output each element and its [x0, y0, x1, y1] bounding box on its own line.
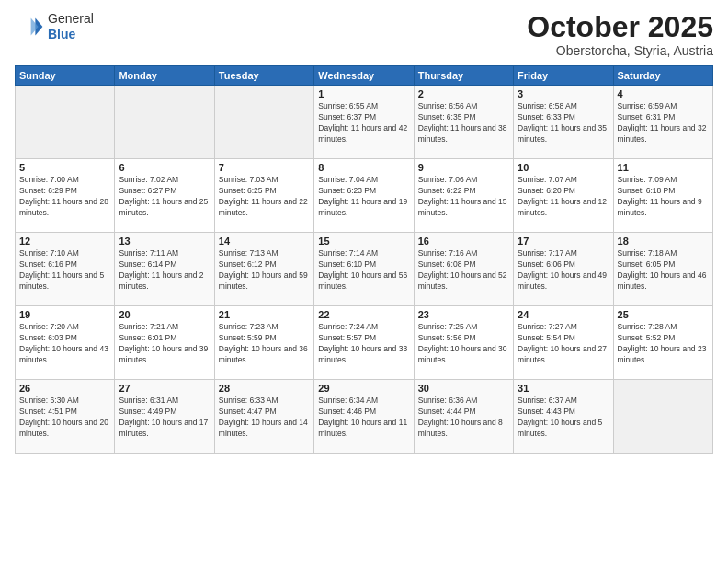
calendar-cell: 30Sunrise: 6:36 AM Sunset: 4:44 PM Dayli…	[414, 380, 513, 454]
day-number: 31	[518, 383, 609, 394]
week-row-4: 26Sunrise: 6:30 AM Sunset: 4:51 PM Dayli…	[16, 380, 713, 454]
calendar-cell: 8Sunrise: 7:04 AM Sunset: 6:23 PM Daylig…	[314, 159, 414, 233]
weekday-header-thursday: Thursday	[414, 66, 513, 86]
day-number: 24	[518, 309, 609, 320]
calendar-cell	[613, 380, 712, 454]
calendar-cell: 25Sunrise: 7:28 AM Sunset: 5:52 PM Dayli…	[613, 306, 712, 380]
day-info: Sunrise: 7:02 AM Sunset: 6:27 PM Dayligh…	[119, 175, 210, 219]
day-info: Sunrise: 7:27 AM Sunset: 5:54 PM Dayligh…	[518, 322, 609, 366]
day-info: Sunrise: 7:25 AM Sunset: 5:56 PM Dayligh…	[418, 322, 509, 366]
weekday-header-row: SundayMondayTuesdayWednesdayThursdayFrid…	[16, 66, 713, 86]
day-info: Sunrise: 6:56 AM Sunset: 6:35 PM Dayligh…	[418, 101, 509, 145]
day-info: Sunrise: 7:17 AM Sunset: 6:06 PM Dayligh…	[518, 248, 609, 293]
day-number: 19	[19, 309, 110, 320]
logo-blue: Blue	[48, 27, 94, 42]
day-number: 1	[318, 88, 409, 99]
day-info: Sunrise: 7:03 AM Sunset: 6:25 PM Dayligh…	[219, 175, 310, 219]
day-number: 23	[418, 309, 509, 320]
day-number: 22	[318, 309, 409, 320]
day-info: Sunrise: 7:24 AM Sunset: 5:57 PM Dayligh…	[318, 322, 409, 366]
calendar-cell: 10Sunrise: 7:07 AM Sunset: 6:20 PM Dayli…	[514, 159, 613, 233]
calendar-cell: 15Sunrise: 7:14 AM Sunset: 6:10 PM Dayli…	[314, 233, 414, 306]
day-number: 8	[318, 162, 409, 173]
day-number: 26	[19, 383, 110, 394]
day-number: 17	[518, 236, 609, 247]
day-number: 29	[318, 383, 409, 394]
day-number: 14	[219, 236, 310, 247]
day-info: Sunrise: 7:23 AM Sunset: 5:59 PM Dayligh…	[219, 322, 310, 366]
day-info: Sunrise: 7:09 AM Sunset: 6:18 PM Dayligh…	[618, 175, 709, 219]
day-info: Sunrise: 6:58 AM Sunset: 6:33 PM Dayligh…	[518, 101, 609, 145]
calendar-cell: 26Sunrise: 6:30 AM Sunset: 4:51 PM Dayli…	[16, 380, 115, 454]
day-info: Sunrise: 6:37 AM Sunset: 4:43 PM Dayligh…	[518, 396, 609, 440]
calendar-cell: 16Sunrise: 7:16 AM Sunset: 6:08 PM Dayli…	[414, 233, 513, 306]
calendar-cell: 6Sunrise: 7:02 AM Sunset: 6:27 PM Daylig…	[115, 159, 214, 233]
day-info: Sunrise: 7:16 AM Sunset: 6:08 PM Dayligh…	[418, 248, 509, 293]
day-number: 3	[518, 88, 609, 99]
day-info: Sunrise: 7:14 AM Sunset: 6:10 PM Dayligh…	[318, 248, 409, 293]
weekday-header-friday: Friday	[514, 66, 613, 86]
weekday-header-sunday: Sunday	[16, 66, 115, 86]
weekday-header-saturday: Saturday	[613, 66, 712, 86]
day-number: 11	[618, 162, 709, 173]
week-row-1: 5Sunrise: 7:00 AM Sunset: 6:29 PM Daylig…	[16, 159, 713, 233]
calendar-cell: 11Sunrise: 7:09 AM Sunset: 6:18 PM Dayli…	[613, 159, 712, 233]
day-info: Sunrise: 6:59 AM Sunset: 6:31 PM Dayligh…	[618, 101, 709, 145]
day-number: 6	[119, 162, 210, 173]
day-info: Sunrise: 7:20 AM Sunset: 6:03 PM Dayligh…	[19, 322, 110, 366]
week-row-3: 19Sunrise: 7:20 AM Sunset: 6:03 PM Dayli…	[16, 306, 713, 380]
page: General Blue October 2025 Oberstorcha, S…	[0, 0, 728, 563]
day-info: Sunrise: 7:07 AM Sunset: 6:20 PM Dayligh…	[518, 175, 609, 219]
calendar-cell: 1Sunrise: 6:55 AM Sunset: 6:37 PM Daylig…	[314, 86, 414, 159]
day-info: Sunrise: 6:36 AM Sunset: 4:44 PM Dayligh…	[418, 396, 509, 440]
calendar-cell: 23Sunrise: 7:25 AM Sunset: 5:56 PM Dayli…	[414, 306, 513, 380]
calendar-cell: 9Sunrise: 7:06 AM Sunset: 6:22 PM Daylig…	[414, 159, 513, 233]
weekday-header-wednesday: Wednesday	[314, 66, 414, 86]
day-info: Sunrise: 6:34 AM Sunset: 4:46 PM Dayligh…	[318, 396, 409, 440]
month-year: October 2025	[527, 11, 713, 43]
week-row-2: 12Sunrise: 7:10 AM Sunset: 6:16 PM Dayli…	[16, 233, 713, 306]
day-number: 12	[19, 236, 110, 247]
day-number: 13	[119, 236, 210, 247]
day-number: 16	[418, 236, 509, 247]
calendar-cell: 20Sunrise: 7:21 AM Sunset: 6:01 PM Dayli…	[115, 306, 214, 380]
day-info: Sunrise: 6:31 AM Sunset: 4:49 PM Dayligh…	[119, 396, 210, 440]
day-info: Sunrise: 7:21 AM Sunset: 6:01 PM Dayligh…	[119, 322, 210, 366]
calendar-cell: 27Sunrise: 6:31 AM Sunset: 4:49 PM Dayli…	[115, 380, 214, 454]
calendar-cell: 12Sunrise: 7:10 AM Sunset: 6:16 PM Dayli…	[16, 233, 115, 306]
calendar-table: SundayMondayTuesdayWednesdayThursdayFrid…	[15, 65, 713, 454]
calendar-cell: 29Sunrise: 6:34 AM Sunset: 4:46 PM Dayli…	[314, 380, 414, 454]
day-info: Sunrise: 7:18 AM Sunset: 6:05 PM Dayligh…	[618, 248, 709, 293]
calendar-cell: 22Sunrise: 7:24 AM Sunset: 5:57 PM Dayli…	[314, 306, 414, 380]
weekday-header-tuesday: Tuesday	[214, 66, 313, 86]
day-number: 27	[119, 383, 210, 394]
week-row-0: 1Sunrise: 6:55 AM Sunset: 6:37 PM Daylig…	[16, 86, 713, 159]
title-block: October 2025 Oberstorcha, Styria, Austri…	[527, 11, 713, 58]
day-number: 30	[418, 383, 509, 394]
header: General Blue October 2025 Oberstorcha, S…	[15, 11, 713, 58]
day-info: Sunrise: 6:30 AM Sunset: 4:51 PM Dayligh…	[19, 396, 110, 440]
calendar-cell: 13Sunrise: 7:11 AM Sunset: 6:14 PM Dayli…	[115, 233, 214, 306]
day-number: 2	[418, 88, 509, 99]
weekday-header-monday: Monday	[115, 66, 214, 86]
calendar-cell: 28Sunrise: 6:33 AM Sunset: 4:47 PM Dayli…	[214, 380, 313, 454]
calendar-cell: 14Sunrise: 7:13 AM Sunset: 6:12 PM Dayli…	[214, 233, 313, 306]
calendar-cell: 3Sunrise: 6:58 AM Sunset: 6:33 PM Daylig…	[514, 86, 613, 159]
calendar-cell: 7Sunrise: 7:03 AM Sunset: 6:25 PM Daylig…	[214, 159, 313, 233]
day-number: 28	[219, 383, 310, 394]
day-number: 10	[518, 162, 609, 173]
calendar-cell: 2Sunrise: 6:56 AM Sunset: 6:35 PM Daylig…	[414, 86, 513, 159]
day-number: 4	[618, 88, 709, 99]
logo-icon	[15, 12, 44, 41]
logo-general: General	[48, 11, 94, 27]
calendar-cell: 21Sunrise: 7:23 AM Sunset: 5:59 PM Dayli…	[214, 306, 313, 380]
calendar-cell: 31Sunrise: 6:37 AM Sunset: 4:43 PM Dayli…	[514, 380, 613, 454]
day-info: Sunrise: 7:13 AM Sunset: 6:12 PM Dayligh…	[219, 248, 310, 293]
calendar-cell: 19Sunrise: 7:20 AM Sunset: 6:03 PM Dayli…	[16, 306, 115, 380]
logo-text: General Blue	[48, 11, 94, 42]
day-number: 20	[119, 309, 210, 320]
calendar-cell: 18Sunrise: 7:18 AM Sunset: 6:05 PM Dayli…	[613, 233, 712, 306]
day-info: Sunrise: 7:04 AM Sunset: 6:23 PM Dayligh…	[318, 175, 409, 219]
day-number: 9	[418, 162, 509, 173]
calendar-cell: 17Sunrise: 7:17 AM Sunset: 6:06 PM Dayli…	[514, 233, 613, 306]
